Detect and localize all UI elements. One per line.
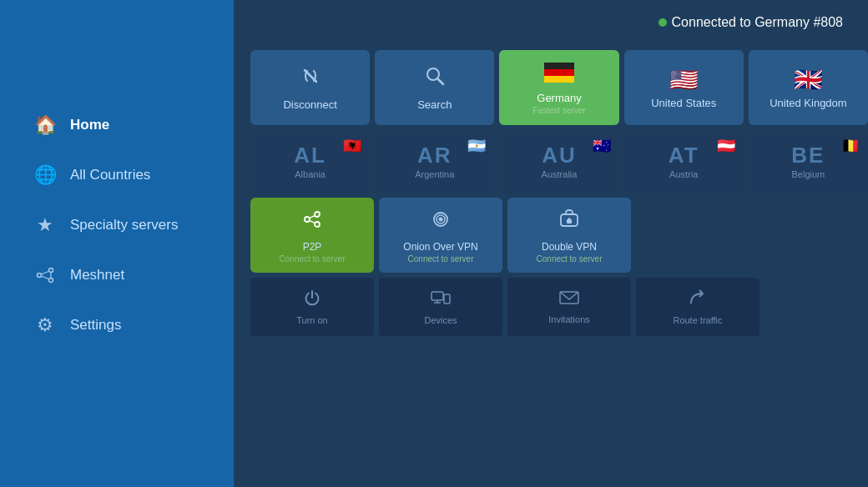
svg-point-19 (439, 217, 443, 221)
argentina-tile[interactable]: AR 🇦🇷 Argentina (375, 130, 494, 193)
p2p-icon (300, 208, 324, 237)
status-dot (659, 18, 667, 27)
svg-rect-9 (544, 63, 574, 69)
germany-tile[interactable]: Germany Fastest server (499, 50, 618, 125)
double-vpn-label: Double VPN (542, 241, 597, 253)
svg-line-8 (437, 79, 443, 85)
belgium-tile[interactable]: BE 🇧🇪 Belgium (749, 130, 868, 193)
status-text: Connected to Germany #808 (672, 15, 843, 30)
svg-line-3 (41, 271, 49, 274)
svg-point-13 (315, 212, 320, 217)
sidebar-item-settings-label: Settings (70, 317, 121, 334)
svg-rect-11 (544, 76, 574, 83)
svg-point-22 (568, 218, 571, 220)
sidebar-item-meshnet-label: Meshnet (70, 267, 124, 284)
us-flag: 🇺🇸 (669, 66, 699, 93)
sidebar-item-all-countries-label: All Countries (70, 167, 150, 183)
australia-tile[interactable]: AU 🇦🇺 Australia (499, 130, 618, 193)
settings-tiles-row: Turn on Devices (250, 278, 868, 336)
devices-label: Devices (424, 315, 457, 325)
albania-flag: 🇦🇱 (343, 137, 361, 155)
double-vpn-icon (558, 208, 581, 237)
search-icon (423, 64, 447, 93)
devices-icon (431, 289, 451, 312)
austria-flag: 🇦🇹 (717, 137, 735, 155)
australia-name: Australia (542, 169, 578, 179)
australia-code: AU (542, 144, 577, 166)
p2p-sublabel: Connect to server (280, 254, 346, 264)
austria-tile[interactable]: AT 🇦🇹 Austria (624, 130, 744, 193)
globe-icon: 🌐 (33, 163, 57, 187)
meshnet-icon (33, 264, 57, 287)
devices-tile[interactable]: Devices (379, 278, 502, 336)
sidebar-item-meshnet[interactable]: Meshnet (8, 252, 225, 299)
belgium-flag: 🇧🇪 (841, 137, 860, 155)
uk-flag: 🇬🇧 (794, 66, 823, 93)
connection-status: Connected to Germany #808 (659, 15, 843, 30)
svg-point-2 (49, 279, 53, 283)
austria-code: AT (669, 144, 699, 166)
power-icon (303, 289, 321, 312)
turn-on-label: Turn on (296, 315, 328, 325)
p2p-tile[interactable]: P2P Connect to server (250, 198, 374, 273)
albania-name: Albania (295, 169, 326, 179)
double-vpn-tile[interactable]: Double VPN Connect to server (507, 198, 631, 273)
australia-flag: 🇦🇺 (593, 137, 611, 155)
germany-label: Germany (537, 92, 581, 104)
svg-rect-10 (544, 69, 574, 76)
svg-line-4 (41, 276, 49, 279)
sidebar-item-home[interactable]: 🏠 Home (8, 102, 225, 148)
us-label: United States (651, 97, 716, 109)
search-tile[interactable]: Search (375, 50, 494, 125)
route-traffic-label: Route traffic (673, 315, 722, 325)
argentina-code: AR (417, 144, 452, 166)
sidebar: 🏠 Home 🌐 All Countries ★ Specialty serve… (0, 0, 234, 487)
svg-point-14 (315, 222, 320, 227)
germany-sublabel: Fastest server (532, 106, 585, 115)
home-icon: 🏠 (33, 113, 57, 137)
double-vpn-sublabel: Connect to server (537, 254, 603, 264)
sidebar-item-home-label: Home (70, 117, 109, 133)
main-content: Connected to Germany #808 Disconnect (234, 0, 868, 487)
svg-line-15 (310, 215, 315, 218)
united-kingdom-tile[interactable]: 🇬🇧 United Kingdom (749, 50, 868, 125)
p2p-label: P2P (303, 241, 322, 253)
search-label: Search (417, 98, 452, 111)
disconnect-label: Disconnect (283, 98, 336, 111)
top-tiles-row: Disconnect Search (250, 50, 868, 125)
disconnect-tile[interactable]: Disconnect (250, 50, 370, 125)
onion-vpn-label: Onion Over VPN (403, 241, 477, 253)
gear-icon: ⚙ (33, 314, 57, 337)
svg-rect-24 (444, 294, 450, 304)
onion-vpn-sublabel: Connect to server (408, 254, 474, 264)
argentina-name: Argentina (415, 169, 454, 179)
svg-rect-23 (431, 292, 443, 300)
svg-point-1 (49, 269, 53, 273)
specialty-row: P2P Connect to server Onion Over VPN Con… (250, 198, 868, 273)
turn-on-tile[interactable]: Turn on (250, 278, 374, 336)
sidebar-item-all-countries[interactable]: 🌐 All Countries (8, 152, 225, 198)
sidebar-item-specialty-servers-label: Specialty servers (70, 217, 178, 233)
country-list-row: AL 🇦🇱 Albania AR 🇦🇷 Argentina AU 🇦🇺 Aust… (250, 130, 868, 193)
united-states-tile[interactable]: 🇺🇸 United States (624, 50, 744, 125)
invitations-label: Invitations (548, 314, 590, 324)
invitations-tile[interactable]: Invitations (507, 278, 631, 336)
onion-icon (429, 208, 452, 237)
sidebar-item-settings[interactable]: ⚙ Settings (8, 302, 225, 349)
mail-icon (559, 289, 579, 311)
grid-area: Disconnect Search (250, 50, 868, 479)
svg-line-16 (310, 220, 315, 223)
albania-code: AL (294, 144, 326, 166)
disconnect-icon (299, 64, 322, 93)
belgium-code: BE (791, 144, 825, 166)
belgium-name: Belgium (792, 169, 825, 179)
albania-tile[interactable]: AL 🇦🇱 Albania (250, 130, 370, 193)
uk-label: United Kingdom (770, 97, 847, 109)
route-traffic-tile[interactable]: Route traffic (636, 278, 760, 336)
onion-vpn-tile[interactable]: Onion Over VPN Connect to server (379, 198, 502, 273)
svg-point-0 (38, 274, 42, 278)
argentina-flag: 🇦🇷 (467, 137, 486, 155)
sidebar-item-specialty-servers[interactable]: ★ Specialty servers (8, 202, 225, 249)
star-icon: ★ (33, 213, 57, 237)
svg-point-12 (305, 217, 310, 222)
